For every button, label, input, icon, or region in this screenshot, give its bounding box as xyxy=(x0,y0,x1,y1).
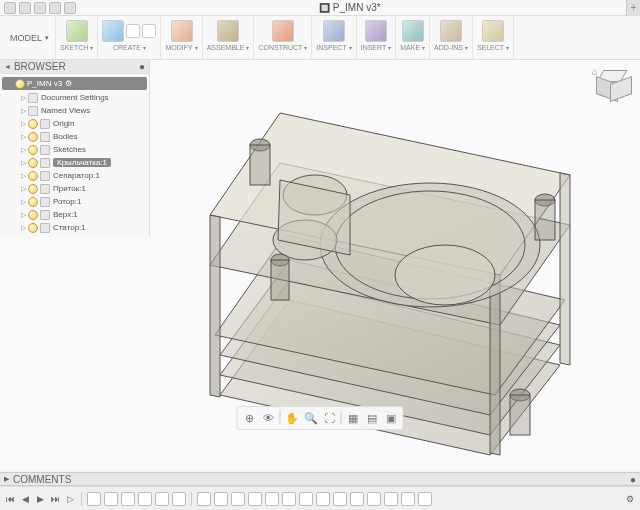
ribbon-label-assemble[interactable]: ASSEMBLE xyxy=(207,44,250,51)
workspace-switcher[interactable]: MODEL xyxy=(4,16,56,59)
grid-icon[interactable]: ▤ xyxy=(364,410,380,426)
timeline-feature-icon[interactable] xyxy=(172,492,186,506)
comments-panel[interactable]: ▶ COMMENTS ● xyxy=(0,472,640,486)
timeline-feature-icon[interactable] xyxy=(282,492,296,506)
create-revolve-icon[interactable] xyxy=(142,24,156,38)
pan-icon[interactable]: ✋ xyxy=(284,410,300,426)
expand-icon[interactable]: ▷ xyxy=(18,185,28,193)
inspect-icon[interactable] xyxy=(323,20,345,42)
timeline-forward-button[interactable]: ▶ xyxy=(34,493,46,505)
tree-item-document-settings[interactable]: ▷Document Settings xyxy=(0,91,149,104)
fit-icon[interactable]: ⛶ xyxy=(322,410,338,426)
pin-icon[interactable]: ● xyxy=(630,474,636,485)
tree-item-component-top[interactable]: ▷Верх:1 xyxy=(0,208,149,221)
timeline-feature-icon[interactable] xyxy=(316,492,330,506)
ribbon-label-select[interactable]: SELECT xyxy=(477,44,509,51)
assemble-icon[interactable] xyxy=(217,20,239,42)
ribbon-label-insert[interactable]: INSERT xyxy=(361,44,392,51)
timeline-feature-icon[interactable] xyxy=(104,492,118,506)
undo-button[interactable] xyxy=(49,2,61,14)
new-tab-button[interactable]: + xyxy=(626,0,640,16)
insert-icon[interactable] xyxy=(365,20,387,42)
expand-icon[interactable]: ▷ xyxy=(18,172,28,180)
create-box-icon[interactable] xyxy=(102,20,124,42)
modify-icon[interactable] xyxy=(171,20,193,42)
collapse-icon[interactable]: ◄ xyxy=(4,63,11,70)
tree-item-origin[interactable]: ▷Origin xyxy=(0,117,149,130)
visibility-icon[interactable] xyxy=(28,145,38,155)
timeline-feature-icon[interactable] xyxy=(265,492,279,506)
file-button[interactable] xyxy=(19,2,31,14)
expand-icon[interactable]: ▷ xyxy=(18,120,28,128)
visibility-icon[interactable] xyxy=(28,197,38,207)
visibility-icon[interactable] xyxy=(28,171,38,181)
expand-icon[interactable]: ▷ xyxy=(18,198,28,206)
app-menu-button[interactable] xyxy=(4,2,16,14)
zoom-icon[interactable]: 🔍 xyxy=(303,410,319,426)
visibility-icon[interactable] xyxy=(28,184,38,194)
tree-item-component-stator[interactable]: ▷Статор:1 xyxy=(0,221,149,234)
orbit-icon[interactable]: ⊕ xyxy=(242,410,258,426)
timeline-back-button[interactable]: ◀ xyxy=(19,493,31,505)
expand-icon[interactable]: ▷ xyxy=(18,107,28,115)
create-extrude-icon[interactable] xyxy=(126,24,140,38)
tree-item-sketches[interactable]: ▷Sketches xyxy=(0,143,149,156)
timeline-play-button[interactable]: ▷ xyxy=(64,493,76,505)
ribbon-label-modify[interactable]: MODIFY xyxy=(165,44,197,51)
redo-button[interactable] xyxy=(64,2,76,14)
timeline-start-button[interactable]: ⏮ xyxy=(4,493,16,505)
sketch-icon[interactable] xyxy=(66,20,88,42)
expand-icon[interactable]: ▷ xyxy=(18,224,28,232)
view-cube[interactable]: ⌂ xyxy=(592,66,632,106)
expand-icon[interactable]: ▷ xyxy=(18,159,28,167)
ribbon-label-create[interactable]: CREATE xyxy=(113,44,146,51)
timeline-feature-icon[interactable] xyxy=(121,492,135,506)
make-icon[interactable] xyxy=(402,20,424,42)
timeline-feature-icon[interactable] xyxy=(367,492,381,506)
visibility-icon[interactable] xyxy=(28,223,38,233)
tree-item-component-separator[interactable]: ▷Сепаратор:1 xyxy=(0,169,149,182)
expand-icon[interactable]: ▷ xyxy=(18,133,28,141)
ribbon-label-construct[interactable]: CONSTRUCT xyxy=(258,44,307,51)
ribbon-label-sketch[interactable]: SKETCH xyxy=(60,44,93,51)
tree-item-bodies[interactable]: ▷Bodies xyxy=(0,130,149,143)
timeline-feature-icon[interactable] xyxy=(231,492,245,506)
construct-icon[interactable] xyxy=(272,20,294,42)
visibility-icon[interactable] xyxy=(28,132,38,142)
viewport-icon[interactable]: ▣ xyxy=(383,410,399,426)
timeline-feature-icon[interactable] xyxy=(333,492,347,506)
visibility-icon[interactable] xyxy=(28,210,38,220)
timeline-settings-icon[interactable]: ⚙ xyxy=(624,493,636,505)
addins-icon[interactable] xyxy=(440,20,462,42)
timeline-feature-icon[interactable] xyxy=(214,492,228,506)
timeline-feature-icon[interactable] xyxy=(401,492,415,506)
ribbon-label-addins[interactable]: ADD-INS xyxy=(434,44,468,51)
expand-icon[interactable]: ◢ xyxy=(5,80,15,88)
visibility-icon[interactable] xyxy=(15,79,25,89)
tree-root[interactable]: ◢ P_IMN v3 ⚙ xyxy=(2,77,147,90)
save-button[interactable] xyxy=(34,2,46,14)
select-icon[interactable] xyxy=(482,20,504,42)
pin-icon[interactable]: ● xyxy=(139,61,145,72)
timeline-feature-icon[interactable] xyxy=(138,492,152,506)
visibility-icon[interactable] xyxy=(28,119,38,129)
expand-icon[interactable]: ▷ xyxy=(18,94,28,102)
timeline-feature-icon[interactable] xyxy=(384,492,398,506)
look-icon[interactable]: 👁 xyxy=(261,410,277,426)
tree-item-component-inlet[interactable]: ▷Приток:1 xyxy=(0,182,149,195)
timeline-feature-icon[interactable] xyxy=(197,492,211,506)
tree-item-component-impeller[interactable]: ▷Крыльчатка:1 xyxy=(0,156,149,169)
settings-icon[interactable]: ⚙ xyxy=(65,79,72,88)
tree-item-named-views[interactable]: ▷Named Views xyxy=(0,104,149,117)
timeline-end-button[interactable]: ⏭ xyxy=(49,493,61,505)
visibility-icon[interactable] xyxy=(28,158,38,168)
timeline-feature-icon[interactable] xyxy=(248,492,262,506)
timeline-feature-icon[interactable] xyxy=(299,492,313,506)
timeline-feature-icon[interactable] xyxy=(350,492,364,506)
ribbon-label-make[interactable]: MAKE xyxy=(400,44,425,51)
ribbon-label-inspect[interactable]: INSPECT xyxy=(316,44,351,51)
timeline-feature-icon[interactable] xyxy=(155,492,169,506)
timeline-feature-icon[interactable] xyxy=(418,492,432,506)
browser-header[interactable]: ◄ BROWSER ● xyxy=(0,60,149,74)
tree-item-component-rotor[interactable]: ▷Ротор:1 xyxy=(0,195,149,208)
